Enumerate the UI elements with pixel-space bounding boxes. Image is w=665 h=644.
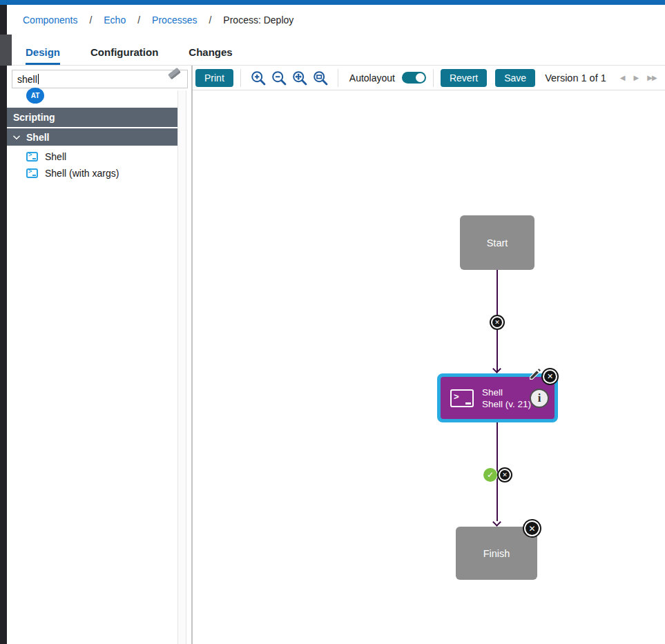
node-shell-subtitle: Shell (v. 21) [482, 399, 531, 409]
palette-category-scripting: Scripting [7, 108, 177, 127]
version-label: Version 1 of 1 [545, 72, 606, 84]
arrowhead-icon [492, 364, 501, 373]
node-shell: Shell Shell (v. 21) i [441, 377, 555, 419]
edit-pencil-icon[interactable] [528, 367, 543, 381]
close-icon: ✕ [528, 524, 535, 534]
left-window-strip [0, 0, 7, 644]
search-input-value: shell [17, 74, 37, 85]
zoom-in-icon[interactable] [250, 70, 267, 86]
palette-item-shell-xargs[interactable]: Shell (with xargs) [26, 165, 119, 182]
node-start-label: Start [487, 237, 508, 248]
zoom-fit-icon[interactable] [291, 70, 308, 86]
palette-group-shell[interactable]: Shell [7, 128, 177, 146]
success-condition-icon[interactable]: ✓ [483, 468, 497, 482]
check-icon: ✓ [487, 470, 494, 480]
palette-item-shell[interactable]: Shell [26, 148, 66, 165]
breadcrumb: Components / Echo / Processes / Process:… [7, 5, 665, 26]
zoom-actual-size-icon[interactable] [312, 70, 329, 86]
delete-connector-icon[interactable]: ✕ [499, 469, 511, 481]
node-shell-title: Shell [482, 387, 503, 398]
toolbar-divider [433, 69, 434, 87]
autolayout-toggle[interactable] [402, 72, 426, 84]
version-last-icon[interactable]: ▶▶ [647, 74, 656, 81]
tab-changes[interactable]: Changes [189, 39, 232, 65]
delete-node-icon[interactable]: ✕ [524, 520, 540, 536]
toggle-knob [416, 73, 425, 82]
collaborator-cursor-badge: AT [26, 88, 44, 104]
app-top-accent-bar [0, 0, 665, 5]
terminal-icon [450, 389, 474, 407]
palette-item-label: Shell [45, 151, 66, 162]
tab-configuration[interactable]: Configuration [90, 39, 158, 65]
palette-group-label: Shell [26, 132, 49, 143]
palette-search-input[interactable]: shell [12, 70, 188, 88]
delete-connector-icon[interactable]: ✕ [491, 316, 503, 329]
canvas-toolbar: Print Autolayout Revert Save [193, 66, 665, 90]
print-button[interactable]: Print [195, 69, 233, 87]
sidebar-scrollbar[interactable] [177, 90, 186, 644]
arrowhead-icon [492, 518, 501, 527]
close-icon: ✕ [547, 372, 553, 381]
autolayout-label: Autolayout [349, 72, 395, 84]
process-design-panel: Print Autolayout Revert Save [193, 66, 665, 644]
breadcrumb-link-echo[interactable]: Echo [104, 14, 126, 26]
tab-design[interactable]: Design [26, 39, 60, 65]
breadcrumb-link-processes[interactable]: Processes [152, 14, 197, 26]
breadcrumb-separator: / [137, 14, 140, 26]
process-canvas[interactable]: Start ✕ ✕ Shell Shell (v. 21) i [193, 90, 665, 644]
palette-category-label: Scripting [13, 112, 55, 123]
close-icon: ✕ [502, 471, 508, 478]
version-next-icon[interactable]: ▶ [634, 74, 639, 81]
delete-step-icon[interactable]: ✕ [543, 369, 557, 384]
chevron-down-icon [12, 133, 21, 142]
terminal-icon [26, 152, 38, 162]
page-header: Components / Echo / Processes / Process:… [7, 5, 665, 66]
save-button[interactable]: Save [495, 69, 535, 87]
revert-button[interactable]: Revert [441, 69, 487, 87]
breadcrumb-separator: / [89, 14, 92, 26]
breadcrumb-separator: / [209, 14, 211, 26]
node-finish-label: Finish [483, 548, 510, 559]
component-palette-sidebar: shell AT Scripting Shell Shell Shell (wi… [7, 66, 186, 644]
version-prev-icon[interactable]: ◀ [620, 74, 626, 81]
breadcrumb-link-components[interactable]: Components [23, 14, 77, 26]
palette-item-label: Shell (with xargs) [45, 168, 119, 179]
text-caret [38, 74, 39, 84]
node-start[interactable]: Start [460, 215, 534, 270]
breadcrumb-current: Process: Deploy [223, 14, 293, 26]
info-icon[interactable]: i [530, 389, 549, 408]
close-icon: ✕ [494, 319, 500, 326]
node-finish[interactable]: Finish [456, 527, 537, 580]
tab-bar: Design Configuration Changes [0, 39, 665, 66]
toolbar-divider [240, 69, 241, 87]
node-shell-text: Shell Shell (v. 21) [482, 387, 531, 410]
terminal-icon [26, 168, 38, 178]
left-window-block [0, 35, 12, 66]
zoom-out-icon[interactable] [271, 70, 287, 86]
toolbar-divider [338, 69, 338, 87]
